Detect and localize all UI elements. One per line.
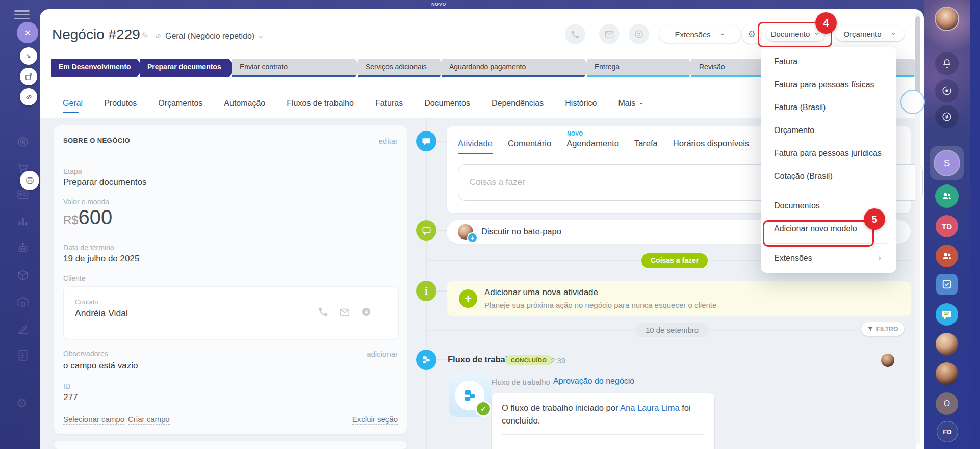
group-chat-red-icon[interactable] xyxy=(936,245,958,267)
orcamento-button[interactable]: Orçamento xyxy=(835,26,905,41)
composer-tab-agendamento[interactable]: NOVOAgendamento xyxy=(566,139,619,148)
field-value-valor[interactable]: R$600 xyxy=(63,206,112,229)
stage-preparar-documentos[interactable]: Preparar documentos xyxy=(140,59,236,77)
tab-geral[interactable]: Geral xyxy=(63,99,83,108)
print-button[interactable] xyxy=(20,171,39,190)
messenger-icon[interactable] xyxy=(935,105,959,128)
menu-item-fatura-brasil[interactable]: Fatura (Brasil) xyxy=(761,96,896,119)
divider xyxy=(715,30,715,38)
help-bubble-outline[interactable] xyxy=(900,90,925,114)
divider xyxy=(63,153,398,153)
stage-entrega[interactable]: Entrega xyxy=(587,59,695,77)
select-field-link[interactable]: Selecionar campo xyxy=(63,415,124,425)
tab-fluxos-de-trabalho[interactable]: Fluxos de trabalho xyxy=(287,99,354,108)
todo-group-pill[interactable]: Coisas a fazer xyxy=(641,253,708,268)
create-field-link[interactable]: Criar campo xyxy=(128,415,170,425)
add-participant-icon[interactable]: + xyxy=(467,232,478,243)
copilot-icon[interactable] xyxy=(935,79,959,102)
timestamp: 2:39 xyxy=(551,356,565,365)
contact-email-icon[interactable] xyxy=(339,307,350,318)
tab-produtos[interactable]: Produtos xyxy=(104,99,137,108)
menu-item-fatura[interactable]: Fatura xyxy=(761,50,896,73)
close-slider-button[interactable]: × xyxy=(17,22,38,43)
copy-link-icon[interactable] xyxy=(154,32,162,40)
add-activity-card[interactable]: + Adicionar uma nova atividade Planeje s… xyxy=(447,281,911,316)
tab-mais[interactable]: Mais xyxy=(618,99,644,108)
company-icon[interactable] xyxy=(16,295,30,308)
stage-em-desenvolvimento[interactable]: Em Desenvolvimento xyxy=(51,59,144,77)
chat-lines-icon[interactable] xyxy=(936,303,958,326)
field-label-id: ID xyxy=(63,382,70,390)
plus-icon[interactable]: + xyxy=(459,289,477,308)
notifications-bell-icon[interactable] xyxy=(935,52,959,75)
menu-item-fatura-pf[interactable]: Fatura para pessoas físicas xyxy=(761,73,896,96)
phone-button[interactable] xyxy=(565,24,585,44)
chat-row-label[interactable]: Discutir no bate-papo xyxy=(481,227,561,236)
open-in-new-button[interactable] xyxy=(20,68,37,85)
email-button[interactable] xyxy=(599,24,620,44)
stage-aguardando-pagamento[interactable]: Aguardando pagamento xyxy=(442,59,591,77)
tab-automacao[interactable]: Automação xyxy=(224,99,265,108)
stage-servicos-adicionais[interactable]: Serviços adicionais xyxy=(358,59,446,77)
hamburger-menu-icon[interactable] xyxy=(14,10,30,19)
chat-avatar-fd[interactable]: FD xyxy=(937,421,958,442)
stage-enviar-contrato[interactable]: Enviar contrato xyxy=(232,59,362,77)
copy-link-button[interactable] xyxy=(20,88,37,105)
add-observer-link[interactable]: adicionar xyxy=(367,350,398,358)
tab-orcamentos[interactable]: Orçamentos xyxy=(158,99,202,108)
dock-panel-button[interactable] xyxy=(20,47,37,65)
user-avatar[interactable] xyxy=(936,8,958,30)
messenger-button[interactable] xyxy=(629,24,649,44)
group-chat-green-icon[interactable] xyxy=(935,184,959,208)
filter-button[interactable]: FILTRO xyxy=(861,322,904,336)
active-chat-tile[interactable]: S xyxy=(930,146,964,180)
sign-icon[interactable] xyxy=(16,323,30,336)
bar-chart-icon[interactable] xyxy=(16,215,30,228)
contact-label: Contato xyxy=(75,298,98,306)
chat-avatar-td[interactable]: TD xyxy=(936,215,958,237)
bot-icon[interactable] xyxy=(16,242,30,255)
edit-title-icon[interactable]: ✎ xyxy=(142,31,148,40)
field-value-termino[interactable]: 19 de julho de 2025 xyxy=(63,254,139,264)
contact-name[interactable]: Andréia Vidal xyxy=(75,308,128,319)
tasks-tile-icon[interactable] xyxy=(936,274,958,295)
chat-avatar-o[interactable]: O xyxy=(936,392,958,415)
composer-tab-tarefa[interactable]: Tarefa xyxy=(634,139,658,148)
delete-section-link[interactable]: Excluir seção xyxy=(352,415,398,425)
menu-item-fatura-pj[interactable]: Fatura para pessoas jurídicas xyxy=(761,142,896,165)
info-timeline-icon: i xyxy=(416,281,436,301)
composer-tab-comentario[interactable]: Comentário xyxy=(508,139,551,148)
pipeline-selector[interactable]: Geral (Negócio repetido) xyxy=(165,32,264,42)
contact-card-icon[interactable] xyxy=(16,188,30,201)
add-activity-title[interactable]: Adicionar uma nova atividade xyxy=(484,287,598,298)
chat-avatar-photo[interactable] xyxy=(936,362,958,385)
tab-dependencias[interactable]: Dependências xyxy=(492,99,544,108)
user-link[interactable]: Ana Laura Lima xyxy=(620,403,680,412)
tab-faturas[interactable]: Faturas xyxy=(375,99,403,108)
documents-icon[interactable] xyxy=(16,349,30,362)
crm-target-icon[interactable] xyxy=(16,135,30,148)
extensions-button[interactable]: Extensões xyxy=(659,25,741,43)
tab-documentos[interactable]: Documentos xyxy=(424,99,470,108)
chat-avatar-photo[interactable] xyxy=(936,333,958,355)
contact-card[interactable]: Contato Andréia Vidal xyxy=(63,286,399,339)
field-value-etapa[interactable]: Preparar documentos xyxy=(63,177,146,188)
field-label-observadores: Observadores xyxy=(63,350,108,358)
field-value-observadores[interactable]: o campo está vazio xyxy=(63,361,138,371)
tab-historico[interactable]: Histórico xyxy=(565,99,597,108)
field-value-id: 277 xyxy=(63,392,78,403)
contact-chat-icon[interactable] xyxy=(360,306,372,318)
workflow-timeline-icon xyxy=(416,350,436,370)
workflow-link[interactable]: Aprovação do negócio xyxy=(553,377,634,386)
contact-phone-icon[interactable] xyxy=(318,306,329,318)
scrollbar-thumb[interactable] xyxy=(915,16,920,93)
chevron-down-icon xyxy=(890,31,896,37)
menu-item-orcamento[interactable]: Orçamento xyxy=(761,119,896,142)
edit-link[interactable]: editar xyxy=(378,137,398,145)
composer-tab-horarios[interactable]: Horários disponíveis xyxy=(673,139,749,148)
menu-item-extensoes[interactable]: Extensões xyxy=(761,247,896,270)
composer-tab-atividade[interactable]: Atividade xyxy=(458,139,493,148)
package-icon[interactable] xyxy=(16,269,30,282)
settings-gear-icon[interactable]: ⚙ xyxy=(16,396,28,410)
menu-item-cotacao-brasil[interactable]: Cotação (Brasil) xyxy=(761,165,896,188)
